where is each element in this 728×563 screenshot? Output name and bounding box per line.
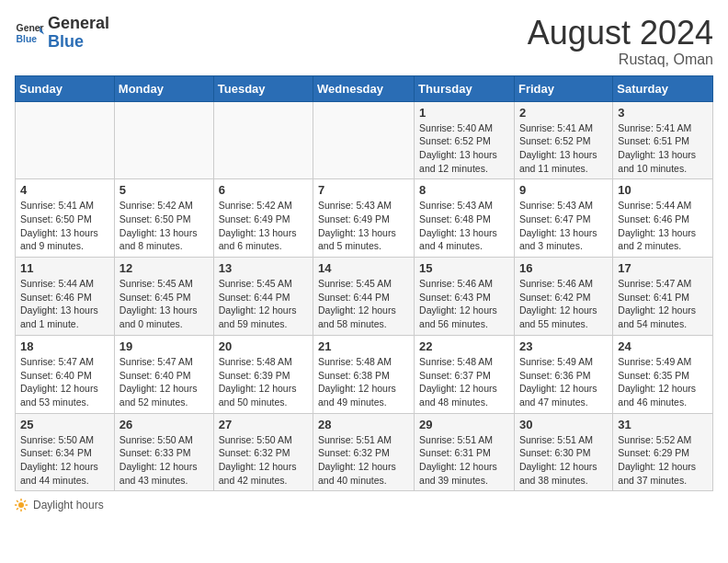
- calendar-header-row: SundayMondayTuesdayWednesdayThursdayFrid…: [16, 75, 713, 101]
- day-number: 31: [618, 418, 708, 431]
- day-info: Sunrise: 5:47 AM Sunset: 6:41 PM Dayligh…: [618, 277, 708, 331]
- day-info: Sunrise: 5:43 AM Sunset: 6:48 PM Dayligh…: [419, 199, 509, 253]
- title-block: August 2024 Rustaq, Oman: [528, 15, 713, 68]
- calendar-header-thursday: Thursday: [415, 75, 515, 101]
- calendar-cell: 14Sunrise: 5:45 AM Sunset: 6:44 PM Dayli…: [313, 258, 415, 336]
- day-number: 7: [318, 183, 409, 197]
- day-number: 23: [519, 339, 608, 353]
- calendar-header-wednesday: Wednesday: [313, 75, 415, 101]
- day-number: 1: [419, 106, 509, 120]
- logo-general-text: General: [48, 14, 109, 32]
- day-info: Sunrise: 5:41 AM Sunset: 6:52 PM Dayligh…: [519, 121, 608, 176]
- calendar-cell: 5Sunrise: 5:42 AM Sunset: 6:50 PM Daylig…: [114, 179, 213, 258]
- day-number: 4: [20, 183, 109, 197]
- day-number: 15: [419, 261, 509, 275]
- day-info: Sunrise: 5:50 AM Sunset: 6:32 PM Dayligh…: [219, 433, 308, 488]
- calendar-cell: 21Sunrise: 5:48 AM Sunset: 6:38 PM Dayli…: [313, 335, 415, 413]
- day-number: 29: [419, 418, 509, 431]
- sun-icon: [15, 499, 28, 511]
- day-info: Sunrise: 5:47 AM Sunset: 6:40 PM Dayligh…: [20, 355, 109, 409]
- calendar-header-monday: Monday: [114, 75, 213, 101]
- day-info: Sunrise: 5:44 AM Sunset: 6:46 PM Dayligh…: [618, 199, 708, 253]
- day-number: 17: [618, 261, 708, 275]
- calendar-header-saturday: Saturday: [613, 75, 713, 101]
- day-info: Sunrise: 5:43 AM Sunset: 6:49 PM Dayligh…: [318, 199, 409, 253]
- calendar-cell: 11Sunrise: 5:44 AM Sunset: 6:46 PM Dayli…: [16, 258, 115, 336]
- calendar-cell: 9Sunrise: 5:43 AM Sunset: 6:47 PM Daylig…: [514, 179, 612, 258]
- logo: General Blue General Blue: [15, 15, 109, 52]
- month-year-title: August 2024: [528, 15, 713, 52]
- calendar-week-row: 11Sunrise: 5:44 AM Sunset: 6:46 PM Dayli…: [16, 258, 713, 336]
- logo-icon: General Blue: [15, 18, 44, 48]
- day-number: 28: [318, 418, 409, 431]
- day-number: 22: [419, 339, 509, 353]
- calendar-cell: 31Sunrise: 5:52 AM Sunset: 6:29 PM Dayli…: [613, 413, 713, 491]
- day-number: 26: [119, 418, 209, 431]
- day-info: Sunrise: 5:45 AM Sunset: 6:45 PM Dayligh…: [119, 277, 209, 331]
- day-info: Sunrise: 5:49 AM Sunset: 6:35 PM Dayligh…: [618, 355, 708, 409]
- day-info: Sunrise: 5:48 AM Sunset: 6:39 PM Dayligh…: [219, 355, 308, 409]
- day-number: 12: [119, 261, 209, 275]
- day-number: 2: [519, 106, 608, 120]
- calendar-cell: 26Sunrise: 5:50 AM Sunset: 6:33 PM Dayli…: [114, 413, 213, 491]
- calendar-header-sunday: Sunday: [16, 75, 115, 101]
- day-number: 11: [20, 261, 109, 275]
- day-info: Sunrise: 5:42 AM Sunset: 6:50 PM Dayligh…: [119, 199, 209, 253]
- footer-legend: Daylight hours: [15, 499, 713, 511]
- calendar-cell: [213, 101, 313, 179]
- page-header: General Blue General Blue August 2024 Ru…: [15, 15, 713, 68]
- calendar-cell: 13Sunrise: 5:45 AM Sunset: 6:44 PM Dayli…: [213, 258, 313, 336]
- day-info: Sunrise: 5:40 AM Sunset: 6:52 PM Dayligh…: [419, 121, 509, 176]
- svg-line-11: [17, 509, 18, 511]
- day-number: 9: [519, 183, 608, 197]
- calendar-cell: 30Sunrise: 5:51 AM Sunset: 6:30 PM Dayli…: [514, 413, 612, 491]
- calendar-header-friday: Friday: [514, 75, 612, 101]
- day-info: Sunrise: 5:47 AM Sunset: 6:40 PM Dayligh…: [119, 355, 209, 409]
- calendar-cell: 7Sunrise: 5:43 AM Sunset: 6:49 PM Daylig…: [313, 179, 415, 258]
- calendar-cell: 22Sunrise: 5:48 AM Sunset: 6:37 PM Dayli…: [415, 335, 515, 413]
- day-number: 3: [618, 106, 708, 120]
- day-number: 25: [20, 418, 109, 431]
- day-number: 13: [219, 261, 308, 275]
- day-number: 27: [219, 418, 308, 431]
- day-info: Sunrise: 5:42 AM Sunset: 6:49 PM Dayligh…: [219, 199, 308, 253]
- day-info: Sunrise: 5:44 AM Sunset: 6:46 PM Dayligh…: [20, 277, 109, 331]
- calendar-cell: 29Sunrise: 5:51 AM Sunset: 6:31 PM Dayli…: [415, 413, 515, 491]
- day-number: 8: [419, 183, 509, 197]
- calendar-week-row: 18Sunrise: 5:47 AM Sunset: 6:40 PM Dayli…: [16, 335, 713, 413]
- day-number: 30: [519, 418, 608, 431]
- calendar-cell: 23Sunrise: 5:49 AM Sunset: 6:36 PM Dayli…: [514, 335, 612, 413]
- day-info: Sunrise: 5:51 AM Sunset: 6:31 PM Dayligh…: [419, 433, 509, 488]
- calendar-cell: 15Sunrise: 5:46 AM Sunset: 6:43 PM Dayli…: [415, 258, 515, 336]
- day-number: 24: [618, 339, 708, 353]
- day-info: Sunrise: 5:46 AM Sunset: 6:43 PM Dayligh…: [419, 277, 509, 331]
- calendar-cell: 18Sunrise: 5:47 AM Sunset: 6:40 PM Dayli…: [16, 335, 115, 413]
- calendar-cell: [313, 101, 415, 179]
- calendar-cell: 1Sunrise: 5:40 AM Sunset: 6:52 PM Daylig…: [415, 101, 515, 179]
- day-info: Sunrise: 5:48 AM Sunset: 6:38 PM Dayligh…: [318, 355, 409, 409]
- calendar-cell: 28Sunrise: 5:51 AM Sunset: 6:32 PM Dayli…: [313, 413, 415, 491]
- calendar-cell: 17Sunrise: 5:47 AM Sunset: 6:41 PM Dayli…: [613, 258, 713, 336]
- day-number: 16: [519, 261, 608, 275]
- logo-blue-text: Blue: [48, 32, 84, 51]
- day-info: Sunrise: 5:43 AM Sunset: 6:47 PM Dayligh…: [519, 199, 608, 253]
- calendar-cell: 20Sunrise: 5:48 AM Sunset: 6:39 PM Dayli…: [213, 335, 313, 413]
- svg-line-8: [17, 500, 18, 502]
- day-info: Sunrise: 5:46 AM Sunset: 6:42 PM Dayligh…: [519, 277, 608, 331]
- svg-text:Blue: Blue: [17, 33, 38, 43]
- day-info: Sunrise: 5:45 AM Sunset: 6:44 PM Dayligh…: [318, 277, 409, 331]
- calendar-cell: [16, 101, 115, 179]
- calendar-header-tuesday: Tuesday: [213, 75, 313, 101]
- svg-line-10: [24, 500, 26, 502]
- calendar-cell: 16Sunrise: 5:46 AM Sunset: 6:42 PM Dayli…: [514, 258, 612, 336]
- day-info: Sunrise: 5:51 AM Sunset: 6:30 PM Dayligh…: [519, 433, 608, 488]
- calendar-cell: [114, 101, 213, 179]
- day-number: 21: [318, 339, 409, 353]
- day-number: 19: [119, 339, 209, 353]
- calendar-cell: 12Sunrise: 5:45 AM Sunset: 6:45 PM Dayli…: [114, 258, 213, 336]
- calendar-cell: 24Sunrise: 5:49 AM Sunset: 6:35 PM Dayli…: [613, 335, 713, 413]
- calendar-cell: 2Sunrise: 5:41 AM Sunset: 6:52 PM Daylig…: [514, 101, 612, 179]
- svg-point-3: [18, 502, 24, 508]
- calendar-cell: 8Sunrise: 5:43 AM Sunset: 6:48 PM Daylig…: [415, 179, 515, 258]
- day-number: 5: [119, 183, 209, 197]
